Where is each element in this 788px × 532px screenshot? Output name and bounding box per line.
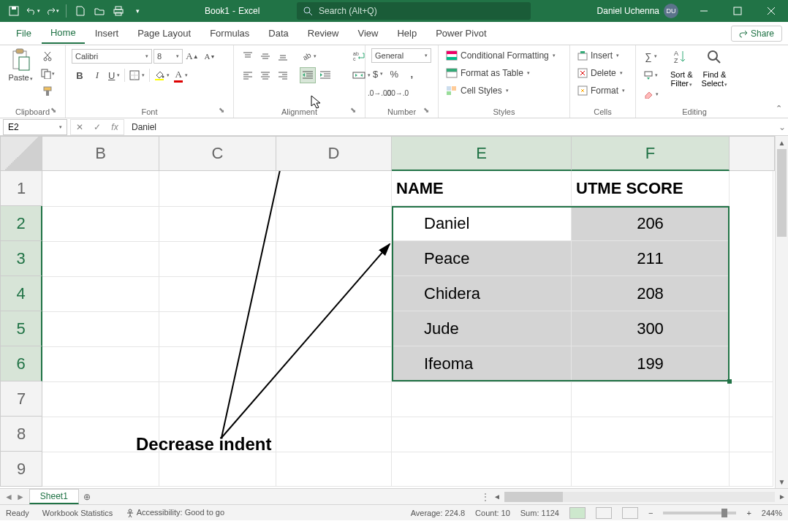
zoom-out-button[interactable]: − xyxy=(648,509,653,517)
view-page-layout-button[interactable] xyxy=(596,507,612,519)
cut-button[interactable] xyxy=(39,48,56,64)
save-icon[interactable] xyxy=(6,3,22,19)
col-header-C[interactable]: C xyxy=(159,136,276,171)
name-box[interactable]: E2▾ xyxy=(3,119,67,135)
cells-area[interactable]: NAME UTME SCORE Daniel 206 Peace 211 Chi… xyxy=(42,171,775,488)
increase-indent-button[interactable] xyxy=(317,67,333,83)
format-cells-button[interactable]: Format▾ xyxy=(576,83,626,98)
cell-E3[interactable]: Peace xyxy=(392,241,572,276)
percent-button[interactable]: % xyxy=(386,66,402,82)
zoom-in-button[interactable]: + xyxy=(746,509,751,517)
formula-input[interactable]: Daniel xyxy=(124,122,776,132)
cell-F1[interactable]: UTME SCORE xyxy=(572,171,730,206)
fill-color-button[interactable]: ▾ xyxy=(153,67,171,83)
scroll-thumb[interactable] xyxy=(777,149,787,237)
decrease-indent-button[interactable] xyxy=(300,67,316,83)
tab-page-layout[interactable]: Page Layout xyxy=(129,23,200,43)
tab-review[interactable]: Review xyxy=(299,23,348,43)
tab-data[interactable]: Data xyxy=(259,23,297,43)
delete-cells-button[interactable]: Delete▾ xyxy=(576,66,624,80)
view-page-break-button[interactable] xyxy=(622,507,638,519)
decrease-decimal-button[interactable]: .00→.0 xyxy=(389,85,405,101)
tab-view[interactable]: View xyxy=(349,23,387,43)
borders-button[interactable]: ▾ xyxy=(128,67,146,83)
col-header-D[interactable]: D xyxy=(276,136,392,171)
cell-F6[interactable]: 199 xyxy=(572,346,730,381)
fx-button[interactable]: fx xyxy=(106,122,124,132)
autosum-button[interactable]: ∑▾ xyxy=(642,48,660,64)
tab-insert[interactable]: Insert xyxy=(86,23,128,43)
fill-button[interactable]: ▾ xyxy=(642,67,660,83)
align-left-button[interactable] xyxy=(240,67,256,83)
font-color-button[interactable]: A▾ xyxy=(173,67,189,83)
col-header-F[interactable]: F xyxy=(572,136,730,171)
orientation-button[interactable]: ab▾ xyxy=(300,48,318,64)
tab-file[interactable]: File xyxy=(7,23,40,43)
conditional-formatting-button[interactable]: Conditional Formatting▾ xyxy=(444,48,557,63)
cell-F2[interactable]: 206 xyxy=(572,206,730,241)
sheet-nav-next[interactable]: ► xyxy=(16,492,25,502)
row-header-6[interactable]: 6 xyxy=(0,346,42,381)
scroll-down-button[interactable]: ▼ xyxy=(776,475,788,488)
bold-button[interactable]: B xyxy=(72,67,88,83)
close-button[interactable] xyxy=(754,0,788,22)
cell-E5[interactable]: Jude xyxy=(392,311,572,346)
copy-button[interactable]: ▾ xyxy=(39,66,56,82)
cell-F3[interactable]: 211 xyxy=(572,241,730,276)
increase-font-button[interactable]: A▲ xyxy=(184,48,200,64)
enter-formula-button[interactable]: ✓ xyxy=(88,122,106,132)
redo-icon[interactable]: ▾ xyxy=(44,3,60,19)
underline-button[interactable]: U▾ xyxy=(107,67,121,83)
cancel-formula-button[interactable]: ✕ xyxy=(71,122,88,132)
comma-button[interactable]: , xyxy=(404,66,420,82)
currency-button[interactable]: $▾ xyxy=(371,66,384,82)
align-bottom-button[interactable] xyxy=(275,48,291,64)
row-header-7[interactable]: 7 xyxy=(0,381,42,417)
expand-formula-bar-button[interactable]: ⌄ xyxy=(776,122,788,132)
row-header-9[interactable]: 9 xyxy=(0,452,42,487)
cell-styles-button[interactable]: Cell Styles▾ xyxy=(444,83,510,98)
font-size-combo[interactable]: 8▾ xyxy=(154,49,183,64)
hscroll-right[interactable]: ► xyxy=(776,493,788,501)
row-header-8[interactable]: 8 xyxy=(0,417,42,452)
wrap-text-button[interactable]: abc xyxy=(351,48,367,64)
tab-formulas[interactable]: Formulas xyxy=(201,23,258,43)
hscroll-left[interactable]: ◄ xyxy=(491,493,503,501)
row-header-5[interactable]: 5 xyxy=(0,311,42,346)
row-header-4[interactable]: 4 xyxy=(0,276,42,311)
cell-E4[interactable]: Chidera xyxy=(392,276,572,311)
italic-button[interactable]: I xyxy=(89,67,105,83)
format-as-table-button[interactable]: Format as Table▾ xyxy=(444,66,531,80)
search-box[interactable]: Search (Alt+Q) xyxy=(297,2,531,20)
select-all-corner[interactable] xyxy=(0,136,42,171)
status-accessibility[interactable]: Accessibility: Good to go xyxy=(126,508,224,517)
cell-E2[interactable]: Daniel xyxy=(392,206,572,241)
sheet-nav-prev[interactable]: ◄ xyxy=(4,492,13,502)
maximize-button[interactable] xyxy=(721,0,754,22)
minimize-button[interactable] xyxy=(687,0,721,22)
qat-customize-icon[interactable]: ▾ xyxy=(129,3,145,19)
scroll-up-button[interactable]: ▲ xyxy=(776,136,788,149)
print-icon[interactable] xyxy=(110,3,126,19)
vertical-scrollbar[interactable]: ▲ ▼ xyxy=(775,136,788,488)
find-select-button[interactable]: Find & Select▾ xyxy=(702,70,728,88)
font-name-combo[interactable]: Calibri▾ xyxy=(72,49,152,64)
sort-filter-button[interactable]: Sort & Filter▾ xyxy=(670,70,693,88)
cell-E6[interactable]: Ifeoma xyxy=(392,346,572,381)
sheet-tab-1[interactable]: Sheet1 xyxy=(29,489,79,504)
fill-handle[interactable] xyxy=(727,379,732,384)
row-header-3[interactable]: 3 xyxy=(0,241,42,276)
col-F-blank[interactable] xyxy=(572,381,730,487)
align-right-button[interactable] xyxy=(275,67,291,83)
user-account[interactable]: Daniel Uchenna DU xyxy=(597,4,678,18)
zoom-slider[interactable] xyxy=(663,512,736,514)
zoom-level[interactable]: 244% xyxy=(762,509,782,517)
share-button[interactable]: Share xyxy=(731,26,782,42)
format-painter-button[interactable] xyxy=(39,83,56,99)
align-center-button[interactable] xyxy=(257,67,273,83)
alignment-launcher[interactable]: ⬊ xyxy=(349,106,357,115)
align-top-button[interactable] xyxy=(240,48,256,64)
cell-E1[interactable]: NAME xyxy=(392,171,572,206)
collapse-ribbon-button[interactable]: ⌃ xyxy=(776,104,782,113)
new-file-icon[interactable] xyxy=(72,3,88,19)
